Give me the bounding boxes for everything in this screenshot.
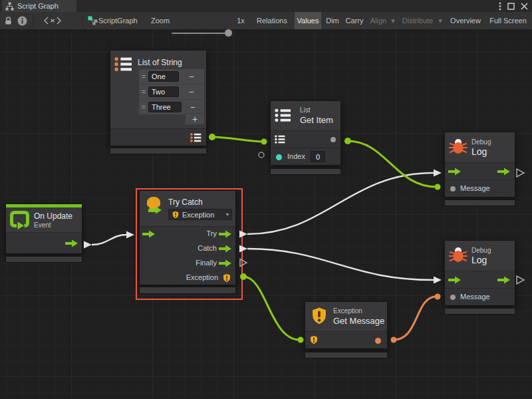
remove-item-button[interactable]: −	[179, 72, 204, 82]
drag-handle-icon[interactable]: =	[139, 72, 148, 80]
flow-output-port[interactable]	[219, 230, 232, 238]
node-debug-log-top[interactable]: Debug Log Message	[444, 132, 515, 197]
align-caret-icon: ▾	[389, 12, 397, 29]
port-label-exception: Exception	[186, 273, 218, 281]
message-port-row: Message	[445, 288, 515, 305]
index-input-port[interactable]	[276, 154, 282, 160]
flow-input-port[interactable]	[448, 168, 462, 176]
list-item-row: = One −	[139, 69, 204, 84]
titlebar: Script Graph	[0, 0, 532, 12]
node-category: Exception	[333, 307, 362, 315]
node-title: Log	[471, 255, 487, 265]
script-graph-icon	[86, 12, 98, 29]
message-input-port[interactable]	[450, 295, 456, 300]
bug-icon	[448, 136, 468, 156]
on-update-loop-icon	[9, 210, 30, 229]
finally-port-row: Finally	[140, 255, 235, 270]
exception-input-port[interactable]	[309, 335, 319, 344]
node-get-item[interactable]: List Get Item Index 0	[270, 100, 341, 166]
node-title: Try Catch	[168, 198, 203, 207]
toolbar-button-relations[interactable]: Relations	[251, 12, 293, 29]
code-icon[interactable]	[41, 12, 64, 29]
node-get-message[interactable]: Exception Get Message	[305, 301, 388, 349]
exception-output-port[interactable]	[222, 273, 231, 283]
toolbar-button-overview[interactable]: Overview	[446, 12, 485, 29]
node-title: List of String	[138, 58, 182, 67]
toolbar-button-align[interactable]: Align	[368, 12, 389, 29]
list-item-input[interactable]: Three	[148, 102, 182, 112]
toolbar-button-dim[interactable]: Dim	[323, 12, 342, 29]
drag-handle-icon[interactable]: =	[139, 103, 148, 111]
catch-port-row: Catch	[140, 241, 235, 255]
remove-item-button[interactable]: −	[179, 87, 204, 97]
toolbar-button-fullscreen[interactable]: Full Screen	[486, 12, 530, 29]
dropdown-value: Exception	[182, 211, 214, 219]
list-item-row: = Three −	[139, 100, 204, 114]
index-label: Index	[287, 152, 305, 160]
zoom-slider-handle[interactable]	[225, 29, 232, 37]
toolbar-separator	[82, 14, 83, 27]
unity-visual-scripting-window: Script Graph	[0, 0, 532, 399]
bug-icon	[448, 245, 468, 265]
chevron-down-icon: ▾	[226, 211, 229, 217]
lock-icon[interactable]	[1, 12, 15, 29]
node-try-catch[interactable]: Try Catch Exception ▾ Try Catch Finally	[139, 190, 236, 285]
flow-output-port[interactable]	[65, 239, 78, 247]
node-title: On Update	[34, 211, 72, 221]
flow-output-port[interactable]	[497, 276, 511, 284]
info-icon[interactable]	[15, 12, 29, 29]
port-label-try: Try	[207, 229, 217, 237]
exception-type-dropdown[interactable]: Exception ▾	[168, 209, 232, 220]
flow-output-port[interactable]	[219, 259, 232, 267]
flow-input-port[interactable]	[142, 230, 156, 238]
node-list-of-string[interactable]: List of String = One − = Two − = Three −	[110, 50, 207, 146]
node-footer	[444, 200, 515, 206]
zoom-label: Zoom	[149, 12, 172, 29]
tab-title: Script Graph	[17, 2, 59, 10]
node-debug-log-bottom[interactable]: Debug Log Message	[444, 240, 515, 305]
node-footer	[5, 256, 82, 263]
list-output-icon[interactable]	[190, 132, 201, 143]
zoom-slider-track[interactable]	[172, 33, 231, 34]
warning-shield-icon	[172, 211, 180, 219]
close-icon[interactable]	[521, 3, 528, 10]
exception-port-row: Exception	[140, 270, 235, 285]
list-editor: = One − = Two − = Three −	[138, 68, 205, 115]
graph-name-button[interactable]: ScriptGraph	[98, 12, 140, 29]
list-icon	[275, 108, 291, 123]
list-item-row: = Two −	[139, 84, 204, 100]
warning-shield-icon	[310, 307, 329, 325]
node-footer	[139, 287, 236, 294]
flow-input-port[interactable]	[448, 276, 462, 284]
drag-handle-icon[interactable]: =	[139, 88, 148, 96]
toolbar-button-values[interactable]: Values	[295, 12, 321, 29]
node-category: Debug	[471, 247, 491, 255]
node-category: List	[300, 106, 311, 114]
graph-canvas[interactable]: List of String = One − = Two − = Three −	[0, 30, 532, 399]
maximize-icon[interactable]	[507, 3, 515, 10]
toolbar-button-carry[interactable]: Carry	[342, 12, 366, 29]
flow-output-port[interactable]	[497, 168, 511, 176]
list-input-icon[interactable]	[275, 134, 285, 144]
node-on-update[interactable]: On Update Event	[5, 203, 82, 254]
message-output-port[interactable]	[375, 338, 381, 344]
flow-output-port[interactable]	[219, 245, 232, 253]
message-input-port[interactable]	[450, 186, 456, 192]
add-item-button[interactable]: +	[185, 113, 205, 125]
window-menu-icon[interactable]	[499, 2, 501, 11]
event-node-bar	[6, 204, 82, 207]
list-item-input[interactable]: Two	[148, 86, 179, 97]
node-footer	[305, 352, 388, 358]
index-value-input[interactable]: 0	[311, 151, 325, 162]
list-item-input[interactable]: One	[148, 71, 179, 82]
node-title: Log	[471, 147, 487, 157]
message-port-row: Message	[445, 180, 515, 197]
toolbar-button-distribute[interactable]: Distribute	[399, 12, 436, 29]
node-category: Debug	[471, 138, 491, 146]
tab-script-graph[interactable]: Script Graph	[2, 0, 76, 12]
node-title: Get Item	[300, 115, 333, 125]
remove-item-button[interactable]: −	[182, 102, 204, 112]
item-output-port[interactable]	[331, 137, 336, 142]
try-catch-icon	[144, 196, 164, 216]
node-footer	[110, 148, 207, 154]
